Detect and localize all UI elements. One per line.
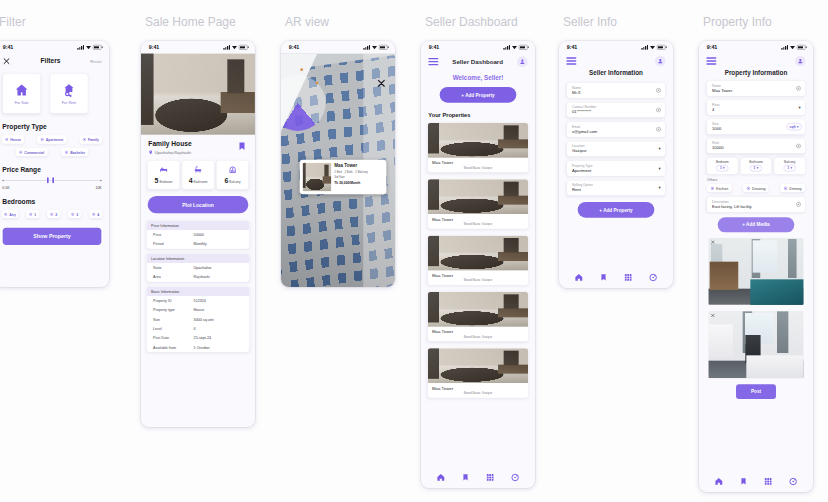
property-card-name: Maa Tower	[428, 327, 528, 335]
chip-bachelor[interactable]: Bachelor	[61, 148, 88, 156]
size-field[interactable]: Size 1000 sqft▾	[707, 119, 805, 134]
radio-icon	[65, 150, 69, 154]
menu-icon[interactable]	[428, 58, 438, 66]
nav-home-icon[interactable]	[714, 477, 723, 486]
price-slider[interactable]	[2, 175, 101, 185]
price-slider-handle-max[interactable]	[52, 177, 54, 183]
radio-icon	[29, 212, 33, 216]
section-header: Basic Information	[147, 287, 250, 296]
status-bar: 9:41	[421, 41, 535, 54]
ar-card-title: Maa Tower	[334, 163, 367, 170]
description-field[interactable]: Description East facing. Lift facility.	[707, 197, 805, 212]
nav-grid-icon[interactable]	[624, 273, 633, 282]
add-property-button[interactable]: + Add Property	[578, 202, 655, 218]
edit-icon[interactable]	[796, 86, 802, 92]
bedroom-chip-1[interactable]: 1	[26, 210, 39, 218]
property-card[interactable]: Maa Tower Board Bazar, Gazipur	[428, 123, 528, 172]
avatar[interactable]	[795, 56, 806, 67]
property-card[interactable]: Maa Tower Board Bazar, Gazipur	[428, 292, 528, 341]
post-button[interactable]: Post	[736, 384, 776, 399]
floor-select[interactable]: Floor 4 ▾	[707, 100, 805, 115]
bottom-nav	[421, 469, 535, 488]
property-card-location: Board Bazar, Gazipur	[428, 391, 528, 397]
name-field[interactable]: Name Mr.X	[567, 83, 665, 98]
kitchen-chip[interactable]: Kitchen	[707, 184, 732, 192]
status-time: 9:41	[3, 44, 14, 50]
location-select[interactable]: Location Gazipur ▾	[567, 141, 665, 156]
ar-property-card[interactable]: Maa Tower 2 Bed 2 Bath 2 Balcony 3rd flo…	[300, 160, 387, 195]
add-property-button[interactable]: + Add Property	[440, 87, 517, 103]
drawing-chip[interactable]: Drawing	[743, 184, 769, 192]
property-card[interactable]: Maa Tower Board Bazar, Gazipur	[428, 236, 528, 285]
edit-icon[interactable]	[796, 143, 802, 149]
nav-compass-icon[interactable]	[511, 473, 520, 482]
nav-grid-icon[interactable]	[764, 477, 773, 486]
property-card-photo	[428, 179, 528, 214]
ar-close-icon[interactable]	[376, 78, 386, 88]
status-bar: 9:41	[0, 41, 109, 54]
phone-property-info: 9:41 Property Information Name Maa Tower…	[699, 41, 813, 492]
email-field[interactable]: Email x@gmail.com	[567, 122, 665, 137]
property-card[interactable]: Maa Tower Board Bazar, Gazipur	[428, 348, 528, 397]
nav-home-icon[interactable]	[574, 273, 583, 282]
avatar[interactable]	[517, 56, 528, 67]
nav-grid-icon[interactable]	[486, 473, 495, 482]
chip-house[interactable]: House	[2, 135, 25, 143]
chevron-down-icon: ▾	[723, 166, 725, 171]
stat-bedroom-card: 5Bedroom	[148, 161, 180, 190]
edit-icon[interactable]	[656, 127, 662, 133]
avatar[interactable]	[655, 56, 666, 67]
name-field[interactable]: Name Maa Tower	[707, 81, 805, 96]
filters-title: Filters	[11, 57, 91, 65]
phone-seller-dashboard: 9:41 Seller Dashboard Welcome, Seller! +…	[421, 41, 535, 488]
menu-icon[interactable]	[566, 57, 576, 65]
size-unit-select[interactable]: sqft▾	[787, 123, 802, 130]
edit-icon[interactable]	[796, 202, 802, 208]
column-header-ar-view: AR view	[285, 15, 401, 29]
reset-button[interactable]: Reset	[90, 59, 101, 64]
edit-icon[interactable]	[656, 107, 662, 113]
close-icon[interactable]	[2, 57, 10, 65]
price-slider-handle-min[interactable]	[47, 177, 49, 183]
battery-icon	[657, 45, 665, 49]
bathroom-counter[interactable]: Bathroom 1▾	[741, 158, 772, 174]
nav-bookmark-icon[interactable]	[739, 477, 747, 485]
bedroom-chip-any[interactable]: Any	[2, 210, 19, 218]
chip-family[interactable]: Family	[79, 135, 102, 143]
selling-option-select[interactable]: Selling Option Rent ▾	[567, 180, 665, 195]
dinning-chip[interactable]: Dinning	[780, 184, 805, 192]
edit-icon[interactable]	[656, 88, 662, 94]
stat-bathroom-card: 4Bathroom	[182, 161, 214, 190]
rent-field[interactable]: Rent 10000	[707, 138, 805, 153]
bedroom-chip-3[interactable]: 3	[68, 210, 81, 218]
property-card-location: Board Bazar, Gazipur	[428, 279, 528, 285]
bedroom-chip-2[interactable]: 2	[47, 210, 60, 218]
status-time: 9:41	[429, 44, 440, 50]
balcony-counter[interactable]: Balcony 1▾	[774, 158, 805, 174]
nav-compass-icon[interactable]	[789, 477, 798, 486]
nav-bookmark-icon[interactable]	[461, 473, 469, 481]
for-sale-card[interactable]: For Sale	[3, 74, 40, 113]
remove-photo-icon[interactable]	[711, 313, 715, 317]
property-card[interactable]: Maa Tower Board Bazar, Gazipur	[428, 179, 528, 228]
remove-photo-icon[interactable]	[711, 240, 715, 244]
bedroom-chip-4[interactable]: 4	[89, 210, 102, 218]
property-type-select[interactable]: Property Type Apartment ▾	[567, 161, 665, 176]
radio-icon	[5, 138, 9, 142]
menu-icon[interactable]	[706, 57, 716, 65]
add-media-button[interactable]: + Add Media	[718, 217, 795, 232]
bookmark-icon[interactable]	[237, 141, 247, 151]
bedroom-counter[interactable]: Bedroom 1▾	[707, 158, 738, 174]
show-property-button[interactable]: Show Property	[3, 228, 102, 245]
plot-location-button[interactable]: Plot Location	[148, 196, 249, 213]
status-time: 9:41	[707, 44, 718, 50]
nav-home-icon[interactable]	[436, 473, 445, 482]
for-rent-card[interactable]: For Rent	[50, 74, 87, 113]
contact-number-field[interactable]: Contact Number 01*********	[567, 102, 665, 117]
nav-compass-icon[interactable]	[649, 273, 658, 282]
chip-apartment[interactable]: Apartment	[37, 135, 67, 143]
house-rent-icon	[61, 82, 76, 97]
slider-end-dot	[2, 179, 4, 181]
chip-commercial[interactable]: Commercial	[16, 148, 48, 156]
nav-bookmark-icon[interactable]	[599, 273, 607, 281]
